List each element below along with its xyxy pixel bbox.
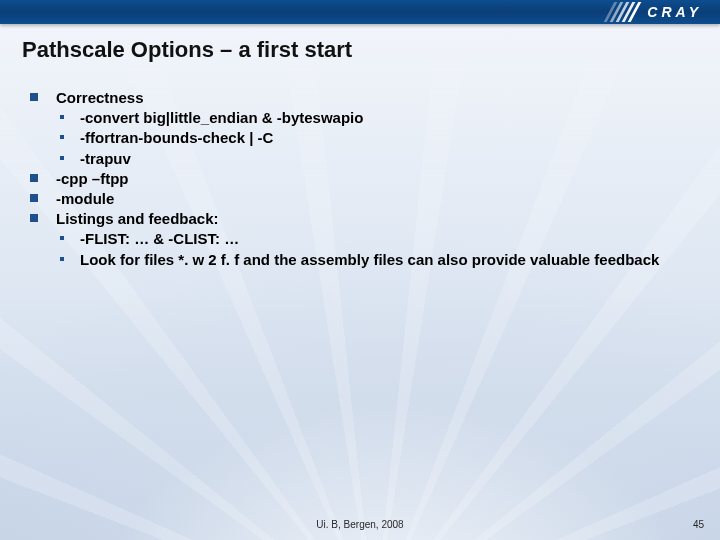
list-item: -cpp –ftpp: [28, 169, 692, 188]
list-item-text: Correctness: [56, 89, 144, 106]
list-item-text: Listings and feedback:: [56, 210, 219, 227]
slide-content: Correctness -convert big|little_endian &…: [28, 88, 692, 270]
brand-text: CRAY: [647, 4, 702, 20]
list-item-text: -cpp –ftpp: [56, 170, 129, 187]
page-number: 45: [693, 519, 704, 530]
top-bar: CRAY: [0, 0, 720, 24]
sub-list: -convert big|little_endian & -byteswapio…: [56, 108, 692, 168]
list-item-text: -module: [56, 190, 114, 207]
background-rays: [0, 0, 720, 540]
brand-slashes-icon: [609, 4, 643, 20]
sub-list-item: Look for files *. w 2 f. f and the assem…: [56, 250, 692, 269]
slide-title: Pathscale Options – a first start: [22, 37, 352, 63]
list-item: -module: [28, 189, 692, 208]
list-item: Listings and feedback: -FLIST: … & -CLIS…: [28, 209, 692, 269]
sub-list-item: -convert big|little_endian & -byteswapio: [56, 108, 692, 127]
sub-list-item: -FLIST: … & -CLIST: …: [56, 229, 692, 248]
brand-logo: CRAY: [633, 4, 702, 20]
sub-list: -FLIST: … & -CLIST: … Look for files *. …: [56, 229, 692, 268]
list-item: Correctness -convert big|little_endian &…: [28, 88, 692, 168]
sub-list-item: -trapuv: [56, 149, 692, 168]
bullet-list: Correctness -convert big|little_endian &…: [28, 88, 692, 269]
slide: CRAY Pathscale Options – a first start C…: [0, 0, 720, 540]
footer-text: Ui. B, Bergen, 2008: [0, 519, 720, 530]
sub-list-item: -ffortran-bounds-check | -C: [56, 128, 692, 147]
